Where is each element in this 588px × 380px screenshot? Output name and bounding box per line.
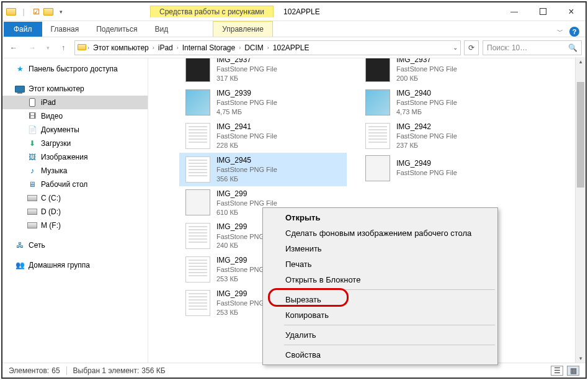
file-size: 237 КБ [396, 141, 457, 150]
breadcrumb-item[interactable]: iPad [156, 42, 176, 53]
file-item[interactable]: IMG_2941FastStone PNG File228 КБ [179, 119, 347, 153]
address-bar[interactable]: › Этот компьютер› iPad› Internal Storage… [74, 40, 461, 55]
file-tab[interactable]: Файл [4, 22, 42, 37]
ipad-icon [27, 97, 37, 107]
breadcrumb-item[interactable]: 102APPLE [270, 42, 312, 53]
file-name: IMG_2945 [216, 155, 277, 165]
file-item[interactable]: IMG_2942FastStone PNG File237 КБ [359, 119, 527, 153]
file-size: 356 КБ [216, 174, 277, 184]
refresh-button[interactable]: ⟳ [464, 40, 479, 55]
navigation-pane[interactable]: ★ Панель быстрого доступа Этот компьютер… [2, 58, 148, 363]
forward-button[interactable]: → [25, 40, 40, 55]
sidebar-homegroup[interactable]: 👥Домашняя группа [2, 258, 148, 272]
file-size: 4,73 МБ [396, 107, 457, 117]
tab-share[interactable]: Поделиться [87, 22, 146, 37]
context-menu-item[interactable]: Вырезать [264, 292, 496, 307]
context-menu-item[interactable]: Печать [264, 256, 496, 272]
breadcrumb-item[interactable]: DCIM [242, 42, 266, 53]
file-name: IMG_2937 [396, 58, 457, 65]
pc-icon [15, 84, 25, 94]
pictures-icon: 🖼 [27, 152, 37, 162]
file-name: IMG_2942 [396, 122, 457, 132]
ribbon-right: ﹀ ? [557, 27, 586, 37]
file-type: FastStone PNG File [396, 65, 457, 74]
quick-access-toolbar: | ☑ ▾ [2, 2, 69, 20]
sidebar-ipad[interactable]: iPad [2, 96, 148, 109]
file-type: FastStone PNG File [216, 98, 277, 107]
item-count: 65 [51, 366, 60, 375]
context-menu: ОткрытьСделать фоновым изображением рабо… [262, 207, 498, 365]
file-item[interactable]: IMG_2940FastStone PNG File4,73 МБ [359, 86, 527, 119]
sidebar-pictures[interactable]: 🖼Изображения [2, 150, 148, 164]
file-name: IMG_2939 [216, 88, 277, 98]
file-size: 200 КБ [396, 74, 457, 83]
folder-icon [6, 7, 16, 17]
this-pc[interactable]: Этот компьютер [2, 82, 148, 96]
drive-icon [27, 193, 37, 203]
documents-icon: 📄 [27, 125, 37, 135]
selection-size: 356 КБ [141, 366, 165, 375]
file-item[interactable]: IMG_2937FastStone PNG File200 КБ [359, 58, 527, 86]
sidebar-music[interactable]: ♪Музыка [2, 164, 148, 178]
scrollbar-thumb[interactable] [577, 82, 584, 188]
sidebar-downloads[interactable]: ⬇Загрузки [2, 137, 148, 150]
tab-home[interactable]: Главная [42, 22, 88, 37]
back-button[interactable]: ← [6, 40, 21, 55]
address-dropdown-icon[interactable]: ⌄ [453, 44, 458, 51]
file-type: FastStone PNG File [216, 132, 277, 141]
context-menu-item[interactable]: Открыть в Блокноте [264, 272, 496, 287]
file-type: FastStone PNG File [396, 168, 457, 178]
videos-icon: 🎞 [27, 111, 37, 121]
maximize-button[interactable] [528, 2, 557, 20]
breadcrumb-item[interactable]: Internal Storage [180, 42, 238, 53]
contextual-tab-label: Средства работы с рисунками [150, 6, 274, 17]
view-details-icon[interactable]: ☰ [551, 366, 563, 376]
context-menu-item[interactable]: Открыть [264, 210, 496, 225]
vertical-scrollbar[interactable]: ▴ ▾ [575, 57, 586, 363]
file-item[interactable]: IMG_2949FastStone PNG File [359, 153, 527, 184]
search-box[interactable]: Поиск: 10… 🔍 [483, 40, 582, 55]
sidebar-drive-d[interactable]: D (D:) [2, 205, 148, 219]
file-item[interactable]: IMG_2937FastStone PNG File317 КБ [179, 58, 347, 86]
context-menu-item[interactable]: Копировать [264, 307, 496, 323]
file-type: FastStone PNG File [216, 65, 277, 74]
view-tiles-icon[interactable]: ▦ [567, 366, 579, 376]
context-menu-item[interactable]: Удалить [264, 327, 496, 343]
sidebar-desktop[interactable]: 🖥Рабочий стол [2, 178, 148, 191]
close-button[interactable]: × [557, 2, 586, 20]
window-title: 102APPLE [274, 7, 320, 16]
context-menu-item[interactable]: Свойства [264, 347, 496, 363]
sidebar-documents[interactable]: 📄Документы [2, 123, 148, 137]
context-menu-item[interactable]: Изменить [264, 241, 496, 256]
quick-access[interactable]: ★ Панель быстрого доступа [2, 62, 148, 76]
homegroup-icon: 👥 [15, 260, 25, 270]
minimize-button[interactable]: — [500, 2, 528, 20]
up-button[interactable]: ↑ [56, 40, 71, 55]
sidebar-drive-c[interactable]: C (C:) [2, 191, 148, 205]
search-placeholder: Поиск: 10… [487, 43, 527, 52]
breadcrumb-sep[interactable]: › [87, 45, 89, 51]
navigation-bar: ← → ▾ ↑ › Этот компьютер› iPad› Internal… [2, 37, 586, 58]
breadcrumb-item[interactable]: Этот компьютер [91, 42, 151, 53]
help-icon[interactable]: ? [569, 27, 579, 37]
file-name: IMG_2937 [216, 58, 277, 65]
history-dropdown[interactable]: ▾ [43, 40, 52, 55]
drive-icon [27, 207, 37, 217]
sidebar-network[interactable]: 🖧Сеть [2, 238, 148, 252]
expand-ribbon-icon[interactable]: ﹀ [557, 27, 563, 36]
file-size: 4,75 МБ [216, 107, 277, 117]
sidebar-videos[interactable]: 🎞Видео [2, 109, 148, 123]
file-type: FastStone PNG File [396, 98, 457, 107]
tab-manage[interactable]: Управление [213, 21, 273, 37]
file-size: 317 КБ [216, 74, 277, 83]
new-folder-icon[interactable] [43, 7, 53, 17]
network-icon: 🖧 [15, 240, 25, 250]
context-menu-item[interactable]: Сделать фоновым изображением рабочего ст… [264, 225, 496, 241]
sidebar-drive-f[interactable]: M (F:) [2, 219, 148, 232]
file-item[interactable]: IMG_2945FastStone PNG File356 КБ [179, 153, 347, 186]
properties-icon[interactable]: ☑ [31, 7, 41, 17]
star-icon: ★ [15, 64, 25, 74]
tab-view[interactable]: Вид [146, 22, 177, 37]
qat-dropdown-icon[interactable]: ▾ [56, 7, 66, 17]
file-item[interactable]: IMG_2939FastStone PNG File4,75 МБ [179, 86, 347, 119]
